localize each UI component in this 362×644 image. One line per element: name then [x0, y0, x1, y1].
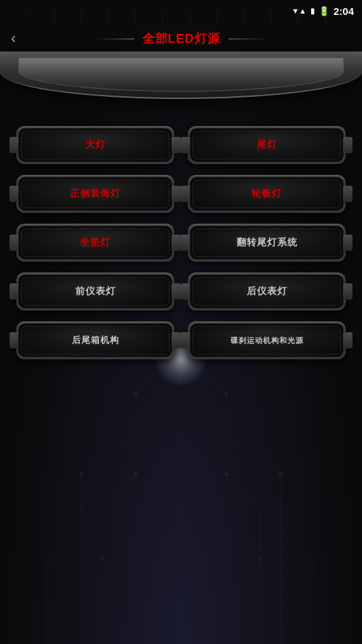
btn-front-dash[interactable]: 前仪表灯 [16, 273, 174, 310]
battery-icon: 🔋 [319, 6, 329, 16]
header-line-right [228, 39, 269, 39]
btn-brake-disc[interactable]: 碟刹运动机构和光源 [188, 321, 346, 359]
svg-point-34 [279, 472, 283, 477]
button-grid: 大灯 尾灯 正侧装饰灯 轮毂灯 坐垫灯 [0, 113, 362, 359]
status-icons: ▼▲ ▮ 🔋 2:04 [291, 5, 354, 17]
signal-icon: ▼▲ [291, 7, 306, 15]
btn-taillight-label: 尾灯 [257, 139, 277, 151]
btn-seat-light-label: 坐垫灯 [80, 237, 110, 249]
btn-taillight[interactable]: 尾灯 [188, 126, 346, 164]
btn-headlight-label: 大灯 [85, 139, 106, 151]
btn-front-dash-label: 前仪表灯 [75, 285, 116, 298]
svg-point-32 [224, 472, 228, 477]
back-icon: ‹ [11, 30, 16, 47]
svg-line-27 [281, 529, 315, 563]
btn-side-trim[interactable]: 正侧装饰灯 [16, 175, 174, 213]
btn-flip-tail-label: 翻转尾灯系统 [237, 237, 298, 249]
svg-line-21 [81, 434, 136, 475]
btn-trunk-label: 后尾箱机构 [72, 334, 119, 346]
svg-point-33 [79, 472, 83, 477]
btn-wheel-hub-label: 轮毂灯 [252, 188, 282, 200]
svg-line-23 [226, 434, 281, 475]
btn-brake-disc-label: 碟刹运动机构和光源 [230, 336, 304, 346]
svg-line-25 [47, 529, 81, 563]
header-title-container: 全部LED灯源 [94, 31, 269, 47]
svg-point-31 [134, 472, 138, 477]
btn-wheel-hub[interactable]: 轮毂灯 [188, 175, 346, 213]
status-bar: ▼▲ ▮ 🔋 2:04 [0, 0, 362, 19]
page-title: 全部LED灯源 [134, 31, 228, 47]
btn-trunk[interactable]: 后尾箱机构 [16, 321, 174, 359]
btn-side-trim-label: 正侧装饰灯 [70, 188, 121, 200]
svg-point-36 [258, 556, 262, 560]
time-display: 2:04 [334, 5, 354, 17]
svg-point-35 [100, 556, 104, 560]
btn-headlight[interactable]: 大灯 [16, 126, 174, 164]
svg-point-30 [224, 391, 228, 395]
chrome-inner [18, 58, 344, 92]
svg-line-19 [226, 475, 260, 508]
svg-point-29 [134, 391, 138, 395]
battery-level: ▮ [310, 7, 315, 16]
btn-rear-dash[interactable]: 后仪表灯 [188, 273, 346, 310]
back-button[interactable]: ‹ [11, 30, 16, 47]
btn-rear-dash-label: 后仪表灯 [247, 285, 287, 298]
btn-flip-tail[interactable]: 翻转尾灯系统 [188, 224, 346, 262]
btn-seat-light[interactable]: 坐垫灯 [16, 224, 174, 262]
header-line-left [94, 39, 134, 39]
svg-line-15 [102, 475, 136, 508]
